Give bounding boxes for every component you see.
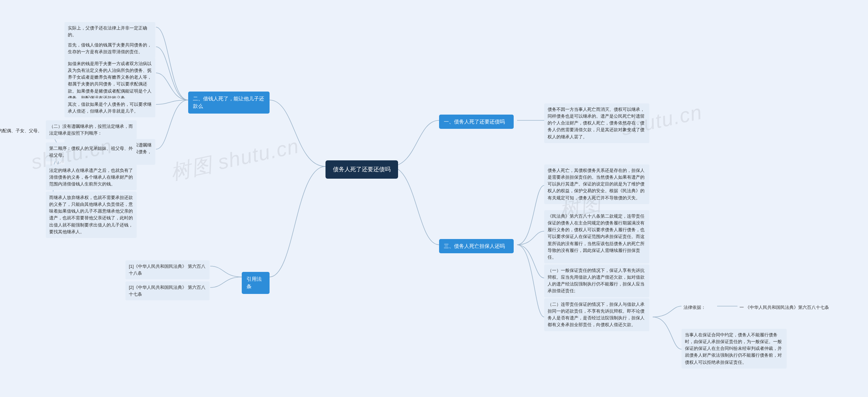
leaf-b1-1[interactable]: 债务不因一方当事人死亡而消灭。债权可以继承，同样债务也是可以继承的。遗产是公民死… bbox=[544, 103, 649, 143]
branch-ref[interactable]: 引用法条 bbox=[242, 272, 270, 294]
leaf-b2-5-sub3[interactable]: 法定的继承人在继承遗产之后，也就负有了清偿债务的义务，各个继承人在继承财产的范围… bbox=[46, 164, 137, 190]
leaf-b3-4-detail[interactable]: 当事人在保证合同中约定，债务人不能履行债务时，由保证人承担保证责任的，为一般保证… bbox=[682, 329, 787, 369]
leaf-b2-1[interactable]: 实际上，父债子还在法律上并非一定正确的。 bbox=[64, 22, 155, 41]
leaf-b2-2[interactable]: 首先，借钱人借的钱属于夫妻共同债务的，生存的一方是有承担连带清偿的责任。 bbox=[64, 39, 155, 58]
leaf-b3-4-law: 一 《中华人民共和国民法典》第六百八十七条 bbox=[737, 303, 856, 312]
leaf-ref-1[interactable]: [1]《中华人民共和国民法典》 第六百八十八条 bbox=[125, 260, 210, 279]
leaf-b2-5-sub1[interactable]: （二）没有遗嘱继承的，按照法定继承，而法定继承是按照下列顺序： bbox=[46, 120, 137, 139]
leaf-b3-4-law-label: 法律依据： bbox=[682, 303, 708, 312]
leaf-b3-4[interactable]: （二）连带责任保证的情况下，担保人与借款人承担同一的还款责任，不享有先诉抗辩权。… bbox=[544, 298, 649, 331]
watermark: 树图 shutu.cn bbox=[168, 133, 302, 186]
root-node[interactable]: 债务人死了还要还债吗 bbox=[326, 160, 398, 179]
leaf-b3-1[interactable]: 债务人死亡，其债权债务关系还是存在的，担保人是需要承担担保责任的。当然债务人如果… bbox=[544, 164, 649, 204]
branch-two[interactable]: 二、借钱人死了，能让他儿子还款么 bbox=[188, 92, 270, 114]
leaf-b2-5-sub2[interactable]: 第二顺序：债权人的兄弟姐妹、祖父母、外祖父母。 bbox=[46, 142, 137, 161]
leaf-b3-2[interactable]: 《民法典》第六百八十八条第二款规定，连带责任保证的债务人在主合同规定的债务履行期… bbox=[544, 210, 649, 263]
leaf-b2-3[interactable]: 如借来的钱是用于夫妻一方或者双方治病以及为负有法定义务的人治病所负的债务、抚养子… bbox=[64, 58, 155, 104]
leaf-b2-4[interactable]: 其次，借款如果是个人债务的，可以要求继承人偿还，但继承人并非就是儿子。 bbox=[64, 98, 155, 117]
leaf-b3-3[interactable]: （一）一般保证责任的情况下，保证人享有先诉抗辩权。应当先用借款人的遗产偿还欠款，… bbox=[544, 264, 649, 297]
leaf-ref-2[interactable]: [2]《中华人民共和国民法典》 第六百八十七条 bbox=[125, 281, 210, 300]
branch-three[interactable]: 三、债务人死亡担保人还吗 bbox=[439, 239, 514, 253]
leaf-b2-5-sub1c: 第一顺序：债权人的配偶、子女、父母。 bbox=[0, 126, 44, 136]
branch-one[interactable]: 一、债务人死了还要还债吗 bbox=[439, 115, 514, 129]
leaf-b2-5-sub4[interactable]: 而继承人放弃继承权，也就不需要承担还款的义务了，只能由其他继承人负责偿还，意味着… bbox=[46, 192, 137, 238]
